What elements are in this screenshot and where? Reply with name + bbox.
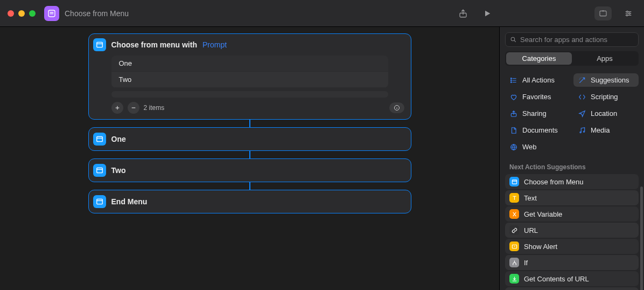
category-label: Sharing <box>522 109 547 118</box>
add-item-button[interactable] <box>111 102 123 114</box>
text-icon <box>509 193 519 203</box>
var-icon <box>509 209 519 219</box>
heart-icon <box>509 93 518 101</box>
list-icon <box>509 77 518 84</box>
menu-item-placeholder-row[interactable] <box>111 91 388 98</box>
svg-point-13 <box>510 80 512 81</box>
sidebar-scrollbar[interactable] <box>640 187 643 290</box>
category-label: Suggestions <box>591 76 629 84</box>
menu-icon <box>509 177 519 187</box>
zoom-window-button[interactable] <box>29 10 36 17</box>
library-tabs: Categories Apps <box>505 51 639 66</box>
workflow-canvas[interactable]: Choose from menu with Prompt One Two 2 i… <box>0 27 499 290</box>
category-label: Scripting <box>591 93 618 101</box>
svg-point-12 <box>510 78 512 79</box>
flow-connector <box>249 120 250 127</box>
suggestion-show-alert[interactable]: Show Alert <box>505 239 639 254</box>
suggestion-get-variable[interactable]: Get Variable <box>505 206 639 222</box>
share-icon[interactable] <box>458 9 468 18</box>
svg-rect-10 <box>96 199 102 204</box>
end-menu-block[interactable]: End Menu <box>88 190 411 213</box>
globe-icon <box>509 143 518 151</box>
category-documents[interactable]: Documents <box>505 123 570 137</box>
action-info-button[interactable] <box>389 102 404 113</box>
case-label: One <box>111 135 126 143</box>
wand-icon <box>578 77 586 84</box>
svg-point-5 <box>626 15 628 16</box>
svg-point-17 <box>583 131 584 132</box>
category-sharing[interactable]: Sharing <box>505 107 570 120</box>
category-label: Favorites <box>522 93 551 101</box>
end-menu-label: End Menu <box>111 197 148 206</box>
menu-item-row[interactable]: Two <box>111 72 388 88</box>
menu-icon <box>93 133 106 146</box>
category-label: Location <box>591 109 617 118</box>
suggestion-ask-for-input[interactable]: Ask for Input <box>505 287 639 290</box>
svg-point-4 <box>629 12 631 14</box>
close-window-button[interactable] <box>8 10 14 17</box>
category-favorites[interactable]: Favorites <box>505 90 570 103</box>
action-library-sidebar: Search for apps and actions Categories A… <box>499 27 644 290</box>
suggestions-list: Choose from MenuTextGet VariableURLShow … <box>500 174 644 290</box>
suggestion-label: Show Alert <box>524 243 557 251</box>
link-icon <box>509 225 519 235</box>
menu-icon <box>93 164 106 177</box>
choose-from-menu-action[interactable]: Choose from menu with Prompt One Two 2 i… <box>88 33 411 120</box>
svg-rect-2 <box>600 11 606 16</box>
case-label: Two <box>111 166 126 175</box>
remove-item-button[interactable] <box>128 102 139 114</box>
category-location[interactable]: Location <box>573 107 639 120</box>
suggestion-label: If <box>524 259 528 267</box>
doc-icon <box>509 127 518 134</box>
menu-case-block-two[interactable]: Two <box>88 158 411 182</box>
svg-point-11 <box>511 37 515 41</box>
shortcut-app-icon <box>44 6 59 21</box>
toolbar-center-right <box>458 9 492 18</box>
suggestion-label: Choose from Menu <box>524 178 584 186</box>
suggestion-url[interactable]: URL <box>505 223 639 238</box>
category-suggestions[interactable]: Suggestions <box>573 73 639 87</box>
menu-item-row[interactable]: One <box>111 56 388 72</box>
search-placeholder: Search for apps and actions <box>520 36 607 44</box>
flow-connector <box>249 182 250 190</box>
category-label: Media <box>591 126 610 134</box>
suggestion-label: Text <box>524 194 537 202</box>
category-scripting[interactable]: Scripting <box>573 90 639 103</box>
library-toggle-icon[interactable] <box>594 6 612 20</box>
menu-icon <box>93 195 106 208</box>
suggestion-if[interactable]: If <box>505 255 639 270</box>
note-icon <box>578 127 586 134</box>
suggestion-text[interactable]: Text <box>505 190 639 205</box>
svg-rect-8 <box>96 136 102 141</box>
category-web[interactable]: Web <box>505 140 570 154</box>
category-label: Web <box>522 143 537 151</box>
search-input[interactable]: Search for apps and actions <box>505 32 639 47</box>
items-footer: 2 items <box>111 102 404 114</box>
suggestion-label: URL <box>524 226 538 234</box>
suggestion-choose-from-menu[interactable]: Choose from Menu <box>505 174 639 189</box>
window-title: Choose from Menu <box>65 9 129 18</box>
category-grid: All ActionsSuggestionsFavoritesScripting… <box>500 71 644 159</box>
action-title-prefix: Choose from menu with <box>111 40 197 49</box>
category-media[interactable]: Media <box>573 123 639 137</box>
alert-icon <box>509 241 519 251</box>
suggestion-label: Get Variable <box>524 210 562 218</box>
prompt-parameter-token[interactable]: Prompt <box>202 40 227 49</box>
suggestion-get-contents-of-url[interactable]: Get Contents of URL <box>505 271 639 286</box>
category-label: Documents <box>522 126 558 134</box>
location-icon <box>578 110 586 118</box>
menu-icon <box>93 38 106 51</box>
tab-categories[interactable]: Categories <box>506 52 572 65</box>
download-icon <box>509 274 519 284</box>
category-all-actions[interactable]: All Actions <box>505 73 570 87</box>
settings-sliders-icon[interactable] <box>624 9 633 18</box>
run-icon[interactable] <box>483 9 492 18</box>
svg-point-16 <box>580 132 581 133</box>
menu-case-block-one[interactable]: One <box>88 127 411 151</box>
svg-rect-6 <box>96 42 102 47</box>
action-header: Choose from menu with Prompt <box>89 34 411 56</box>
tab-apps[interactable]: Apps <box>572 52 638 65</box>
minimize-window-button[interactable] <box>18 10 25 17</box>
svg-rect-9 <box>96 168 102 172</box>
search-icon <box>510 36 517 43</box>
